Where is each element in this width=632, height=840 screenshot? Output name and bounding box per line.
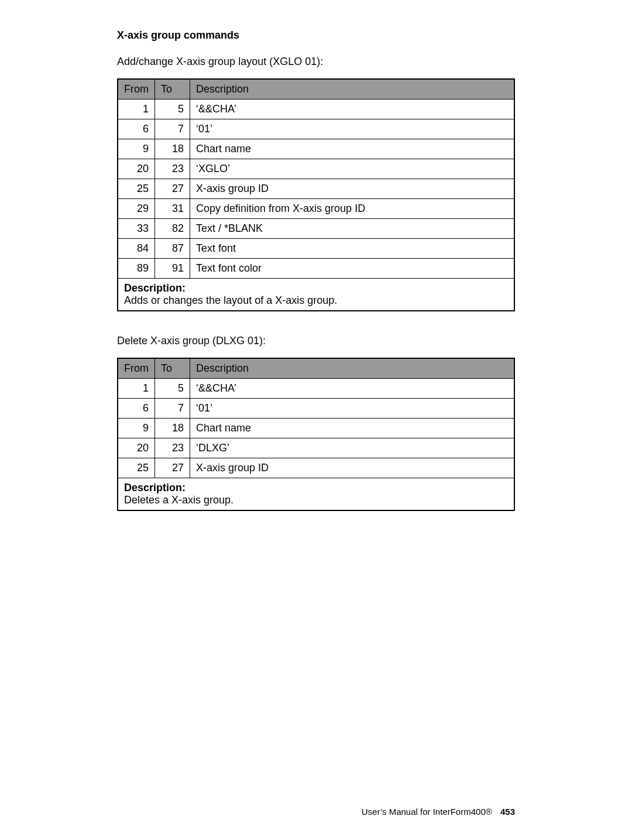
table-row: 9 18 Chart name <box>118 139 514 159</box>
table-row: 1 5 ‘&&CHA’ <box>118 100 514 119</box>
table2-header-to: To <box>155 358 190 379</box>
cell-from: 84 <box>118 239 155 259</box>
table2-description-label: Description: <box>124 482 186 493</box>
cell-to: 23 <box>155 438 190 458</box>
table1: From To Description 1 5 ‘&&CHA’ 6 7 ‘01’… <box>117 78 515 311</box>
cell-to: 7 <box>155 399 190 419</box>
cell-from: 1 <box>118 100 155 119</box>
page-footer: User’s Manual for InterForm400® 453 <box>362 807 515 817</box>
cell-desc: ‘DLXG’ <box>190 438 515 458</box>
table1-header-desc: Description <box>190 79 515 100</box>
cell-to: 5 <box>155 379 190 399</box>
table1-description-row: Description: Adds or changes the layout … <box>118 279 514 311</box>
cell-to: 18 <box>155 139 190 159</box>
cell-from: 33 <box>118 219 155 239</box>
cell-to: 87 <box>155 239 190 259</box>
table-row: 20 23 ‘XGLO’ <box>118 159 514 179</box>
table2-description-cell: Description: Deletes a X-axis group. <box>118 478 514 511</box>
table-row: 6 7 ‘01’ <box>118 119 514 139</box>
table1-header-from: From <box>118 79 155 100</box>
cell-desc: X-axis group ID <box>190 179 515 199</box>
cell-from: 6 <box>118 399 155 419</box>
table-row: 29 31 Copy definition from X-axis group … <box>118 199 514 219</box>
cell-from: 25 <box>118 458 155 478</box>
table-row: 20 23 ‘DLXG’ <box>118 438 514 458</box>
cell-desc: ‘01’ <box>190 399 515 419</box>
cell-desc: ‘&&CHA’ <box>190 379 515 399</box>
cell-from: 29 <box>118 199 155 219</box>
cell-from: 25 <box>118 179 155 199</box>
table-row: 84 87 Text font <box>118 239 514 259</box>
table-row: 9 18 Chart name <box>118 419 514 438</box>
cell-desc: ‘&&CHA’ <box>190 100 515 119</box>
cell-to: 23 <box>155 159 190 179</box>
table2-caption: Delete X-axis group (DLXG 01): <box>117 335 515 347</box>
cell-from: 9 <box>118 419 155 438</box>
cell-from: 89 <box>118 259 155 279</box>
table-row: 6 7 ‘01’ <box>118 399 514 419</box>
table1-header-row: From To Description <box>118 79 514 100</box>
cell-desc: ‘XGLO’ <box>190 159 515 179</box>
section-title: X-axis group commands <box>117 29 515 42</box>
cell-desc: Text / *BLANK <box>190 219 515 239</box>
table-row: 25 27 X-axis group ID <box>118 458 514 478</box>
cell-to: 5 <box>155 100 190 119</box>
cell-desc: Chart name <box>190 419 515 438</box>
table1-description-text: Adds or changes the layout of a X-axis g… <box>124 294 337 306</box>
cell-desc: ‘01’ <box>190 119 515 139</box>
cell-from: 20 <box>118 159 155 179</box>
cell-from: 1 <box>118 379 155 399</box>
cell-desc: Text font color <box>190 259 515 279</box>
table2-header-row: From To Description <box>118 358 514 379</box>
table1-header-to: To <box>155 79 190 100</box>
cell-to: 7 <box>155 119 190 139</box>
table2-header-from: From <box>118 358 155 379</box>
table1-description-cell: Description: Adds or changes the layout … <box>118 279 514 311</box>
cell-to: 31 <box>155 199 190 219</box>
page: X-axis group commands Add/change X-axis … <box>0 0 632 840</box>
table-row: 25 27 X-axis group ID <box>118 179 514 199</box>
cell-to: 18 <box>155 419 190 438</box>
table-row: 33 82 Text / *BLANK <box>118 219 514 239</box>
table1-caption: Add/change X-axis group layout (XGLO 01)… <box>117 56 515 68</box>
footer-page-number: 453 <box>500 807 515 817</box>
cell-from: 6 <box>118 119 155 139</box>
cell-to: 27 <box>155 458 190 478</box>
table2-header-desc: Description <box>190 358 515 379</box>
cell-desc: Text font <box>190 239 515 259</box>
table1-description-label: Description: <box>124 282 186 294</box>
footer-text: User’s Manual for InterForm400® <box>362 807 492 817</box>
cell-from: 9 <box>118 139 155 159</box>
cell-to: 82 <box>155 219 190 239</box>
cell-from: 20 <box>118 438 155 458</box>
cell-to: 91 <box>155 259 190 279</box>
cell-desc: Chart name <box>190 139 515 159</box>
table2-description-text: Deletes a X-axis group. <box>124 494 233 506</box>
cell-desc: X-axis group ID <box>190 458 515 478</box>
cell-to: 27 <box>155 179 190 199</box>
table2: From To Description 1 5 ‘&&CHA’ 6 7 ‘01’… <box>117 358 515 511</box>
cell-desc: Copy definition from X-axis group ID <box>190 199 515 219</box>
table-row: 89 91 Text font color <box>118 259 514 279</box>
table2-description-row: Description: Deletes a X-axis group. <box>118 478 514 511</box>
table-row: 1 5 ‘&&CHA’ <box>118 379 514 399</box>
